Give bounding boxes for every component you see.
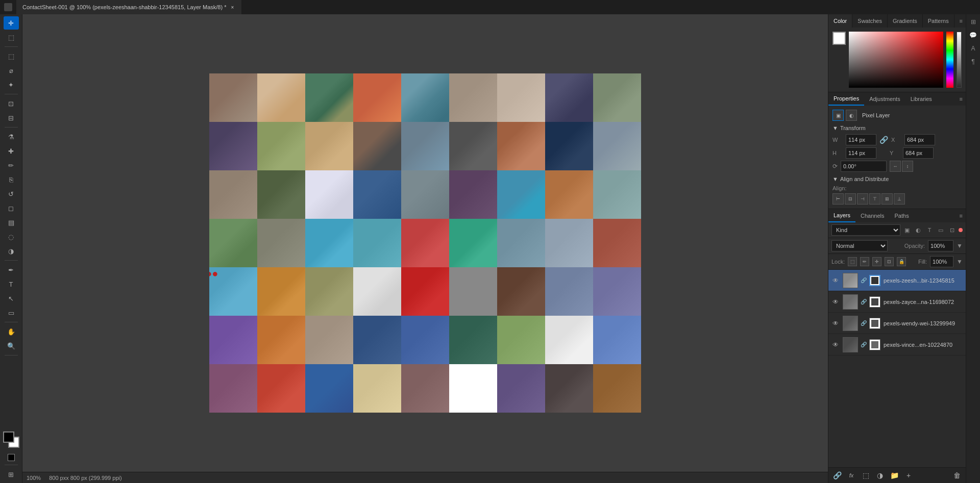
height-input[interactable] (846, 147, 876, 159)
delete-layer-btn[interactable]: 🗑 (951, 470, 963, 481)
align-center-h-btn[interactable]: ⊟ (845, 193, 856, 205)
path-select-tool[interactable]: ↖ (4, 292, 19, 305)
magic-wand-tool[interactable]: ✦ (4, 78, 19, 91)
align-left-btn[interactable]: ⊢ (832, 193, 844, 205)
layers-panel-menu[interactable]: ≡ (957, 213, 966, 219)
flip-h-btn[interactable]: ↔ (890, 161, 901, 172)
properties-panel-menu[interactable]: ≡ (957, 96, 966, 102)
artboard-tool[interactable]: ⬚ (4, 31, 19, 44)
add-layer-btn[interactable]: + (903, 470, 914, 481)
aspect-lock-icon[interactable]: 🔗 (879, 136, 888, 144)
align-bottom-btn[interactable]: ⊥ (894, 193, 905, 205)
shape-tool[interactable]: ▭ (4, 306, 19, 319)
panel-toggle-btn-1[interactable]: ⊞ (968, 16, 979, 28)
lasso-tool[interactable]: ⌀ (4, 64, 19, 77)
layer-item-1[interactable]: 👁 🔗 pexels-zeesh...bir-12345815 (828, 270, 966, 291)
frame-tool[interactable]: ⊟ (4, 111, 19, 124)
layer-link-btn[interactable]: 🔗 (831, 470, 843, 481)
transform-collapse-icon[interactable]: ▼ (832, 125, 838, 131)
opacity-arrow[interactable]: ▼ (957, 242, 963, 249)
lock-all-btn[interactable]: 🔒 (897, 257, 906, 266)
libraries-tab[interactable]: Libraries (905, 92, 937, 106)
panel-toggle-btn-3[interactable]: A (968, 43, 979, 54)
layer-1-chain-icon[interactable]: 🔗 (861, 276, 866, 285)
layers-tab[interactable]: Layers (828, 209, 855, 222)
quick-mask-btn[interactable] (8, 454, 15, 461)
hue-slider[interactable] (946, 32, 953, 88)
layer-2-chain-icon[interactable]: 🔗 (861, 298, 866, 306)
layer-item-2[interactable]: 👁 🔗 pexels-zayce...na-11698072 (828, 291, 966, 313)
paths-tab[interactable]: Paths (890, 209, 914, 222)
hand-tool[interactable]: ✋ (4, 325, 19, 338)
x-input[interactable] (904, 134, 935, 145)
panel-toggle-btn-4[interactable]: ¶ (968, 56, 979, 67)
layer-item-3[interactable]: 👁 🔗 pexels-wendy-wei-13299949 (828, 313, 966, 334)
align-right-btn[interactable]: ⊣ (857, 193, 868, 205)
opacity-slider[interactable] (957, 32, 962, 88)
zoom-tool[interactable]: 🔍 (4, 339, 19, 352)
marquee-tool[interactable]: ⬚ (4, 49, 19, 63)
align-top-btn[interactable]: ⊤ (869, 193, 880, 205)
lock-paint-btn[interactable]: ✏ (860, 257, 869, 266)
crop-tool[interactable]: ⊡ (4, 97, 19, 110)
color-tab[interactable]: Color (828, 14, 852, 28)
filter-shape-icon[interactable]: ▭ (936, 225, 945, 235)
fill-arrow[interactable]: ▼ (957, 258, 963, 265)
document-tab[interactable]: ContactSheet-001 @ 100% (pexels-zeeshaan… (16, 0, 242, 14)
fill-input[interactable] (930, 256, 953, 267)
foreground-color-large-swatch[interactable] (832, 32, 846, 45)
blur-tool[interactable]: ◌ (4, 230, 19, 243)
adjustment-layer-icon[interactable]: ◐ (846, 110, 857, 121)
layer-4-chain-icon[interactable]: 🔗 (861, 341, 866, 349)
align-center-v-btn[interactable]: ⊞ (881, 193, 893, 205)
gradient-tool[interactable]: ▤ (4, 216, 19, 229)
swatches-tab[interactable]: Swatches (852, 14, 888, 28)
layer-item-4[interactable]: 👁 🔗 pexels-vince...en-10224870 (828, 334, 966, 355)
layer-3-chain-icon[interactable]: 🔗 (861, 319, 866, 327)
opacity-input[interactable] (928, 240, 953, 251)
patterns-tab[interactable]: Patterns (923, 14, 954, 28)
lock-transparent-btn[interactable]: ⬚ (848, 257, 857, 266)
move-tool[interactable]: ✛ (4, 16, 19, 30)
screen-mode-btn[interactable]: ⊞ (4, 468, 19, 481)
filter-pixel-icon[interactable]: ▣ (902, 225, 912, 235)
blend-mode-select[interactable]: Normal Dissolve Multiply Screen Overlay (831, 240, 888, 251)
pen-tool[interactable]: ✒ (4, 263, 19, 276)
pixel-layer-icon[interactable]: ▣ (832, 110, 844, 121)
canvas-viewport[interactable]: ●●● (22, 14, 828, 472)
eyedropper-tool[interactable]: ⚗ (4, 130, 19, 143)
filter-smart-icon[interactable]: ⊡ (947, 225, 957, 235)
type-tool[interactable]: T (4, 277, 19, 291)
layer-1-visibility-toggle[interactable]: 👁 (831, 276, 840, 285)
angle-input[interactable] (841, 161, 887, 172)
lock-position-btn[interactable]: ✛ (872, 257, 881, 266)
channels-tab[interactable]: Channels (855, 209, 889, 222)
filter-type-icon[interactable]: T (925, 225, 934, 235)
adjustments-tab[interactable]: Adjustments (864, 92, 905, 106)
add-folder-btn[interactable]: 📁 (889, 470, 900, 481)
gradients-tab[interactable]: Gradients (888, 14, 923, 28)
filter-adjust-icon[interactable]: ◐ (914, 225, 923, 235)
width-input[interactable] (846, 134, 876, 145)
color-panel-menu[interactable]: ≡ (957, 18, 966, 24)
dodge-tool[interactable]: ◑ (4, 244, 19, 258)
eraser-tool[interactable]: ◻ (4, 201, 19, 215)
align-collapse-icon[interactable]: ▼ (832, 176, 838, 182)
layer-filter-kind[interactable]: Kind (831, 224, 900, 236)
brush-tool[interactable]: ✏ (4, 159, 19, 172)
foreground-color-swatch[interactable] (3, 431, 14, 443)
healing-tool[interactable]: ✚ (4, 144, 19, 158)
tab-close-button[interactable]: × (229, 4, 235, 10)
add-adjustment-btn[interactable]: ◑ (874, 470, 886, 481)
flip-v-btn[interactable]: ↕ (902, 161, 913, 172)
layer-2-visibility-toggle[interactable]: 👁 (831, 298, 840, 306)
clone-stamp-tool[interactable]: ⎘ (4, 173, 19, 186)
layer-4-visibility-toggle[interactable]: 👁 (831, 341, 840, 349)
history-brush-tool[interactable]: ↺ (4, 187, 19, 200)
add-mask-btn[interactable]: ⬚ (860, 470, 871, 481)
properties-tab[interactable]: Properties (828, 92, 864, 106)
layer-3-visibility-toggle[interactable]: 👁 (831, 319, 840, 327)
panel-toggle-btn-2[interactable]: 💬 (968, 30, 979, 41)
y-input[interactable] (903, 147, 934, 159)
lock-artboard-btn[interactable]: ⊡ (885, 257, 894, 266)
